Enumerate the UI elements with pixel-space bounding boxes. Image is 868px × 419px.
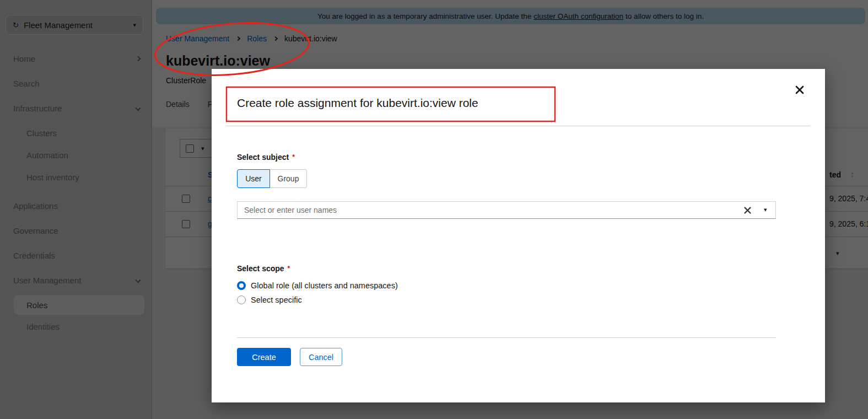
chevron-down-icon[interactable]: ▾ <box>764 206 767 213</box>
field-label-text: Select scope <box>237 264 284 273</box>
field-label-text: Select subject <box>237 153 289 162</box>
user-select-typeahead: ▾ <box>237 201 776 219</box>
cancel-button[interactable]: Cancel <box>300 348 342 366</box>
clear-selection-icon[interactable] <box>744 207 751 214</box>
required-asterisk: * <box>292 153 295 161</box>
create-role-assignment-modal: Create role assignment for kubevirt.io:v… <box>212 69 825 402</box>
radio-label: Global role (all clusters and namespaces… <box>251 281 398 290</box>
radio-select-specific[interactable]: Select specific <box>237 296 302 304</box>
user-names-input[interactable] <box>238 202 750 218</box>
radio-unselected-icon[interactable] <box>237 296 246 304</box>
create-button[interactable]: Create <box>237 348 291 366</box>
modal-footer-divider <box>237 337 776 338</box>
toggle-group-option[interactable]: Group <box>270 169 307 188</box>
app-root: ↻ Fleet Management ▾ Home Search Infrast… <box>0 0 868 419</box>
select-scope-label: Select scope* <box>237 264 290 273</box>
close-icon[interactable] <box>795 85 804 94</box>
modal-header-divider <box>226 126 810 126</box>
select-subject-label: Select subject* <box>237 153 295 162</box>
modal-title: Create role assignment for kubevirt.io:v… <box>237 96 478 110</box>
toggle-user[interactable]: User <box>237 169 270 188</box>
radio-label: Select specific <box>251 296 302 304</box>
radio-selected-icon[interactable] <box>237 281 246 290</box>
required-asterisk: * <box>288 265 290 272</box>
radio-global-role[interactable]: Global role (all clusters and namespaces… <box>237 281 398 290</box>
subject-type-toggle-group: User Group <box>237 169 307 188</box>
